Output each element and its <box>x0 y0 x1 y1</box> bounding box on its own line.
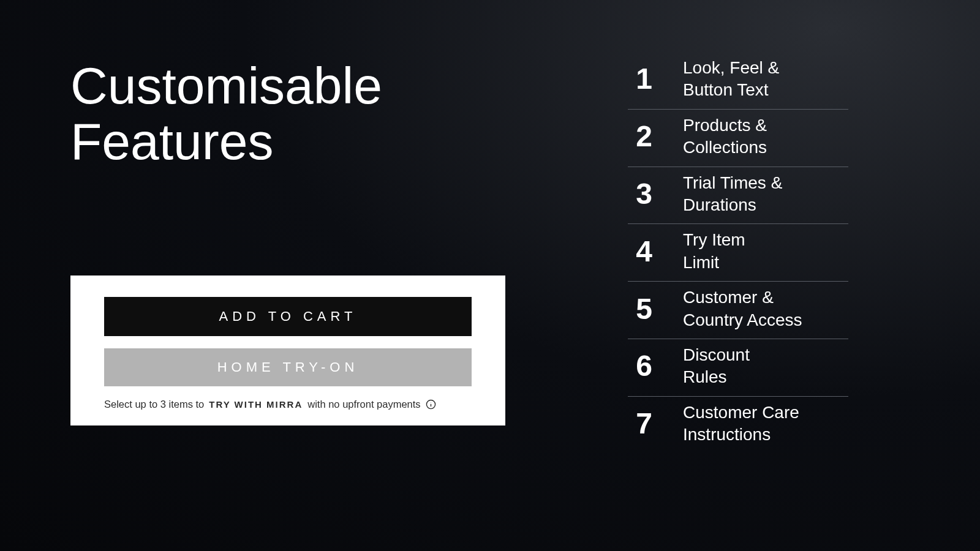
feature-label: Products & Collections <box>683 114 767 159</box>
brand-logo-text: TRY WITH MIRRA <box>209 399 303 410</box>
feature-item-2: 2 Products & Collections <box>628 110 848 167</box>
feature-label: Discount Rules <box>683 344 750 389</box>
feature-number: 2 <box>628 122 652 151</box>
caption-suffix: with no upfront payments <box>307 399 420 410</box>
info-icon[interactable] <box>426 399 436 410</box>
feature-label: Trial Times & Durations <box>683 172 782 217</box>
feature-label: Look, Feel & Button Text <box>683 57 779 102</box>
product-widget-card: ADD TO CART HOME TRY-ON Select up to 3 i… <box>70 276 505 425</box>
feature-item-7: 7 Customer Care Instructions <box>628 397 848 454</box>
home-try-on-button[interactable]: HOME TRY-ON <box>104 348 472 386</box>
widget-caption: Select up to 3 items to TRY WITH MIRRA w… <box>104 399 472 410</box>
heading-line-1: Customisable <box>70 57 382 114</box>
heading-line-2: Features <box>70 113 274 170</box>
feature-item-3: 3 Trial Times & Durations <box>628 167 848 225</box>
feature-item-6: 6 Discount Rules <box>628 339 848 397</box>
add-to-cart-button[interactable]: ADD TO CART <box>104 297 472 336</box>
feature-number: 5 <box>628 294 652 324</box>
feature-number: 4 <box>628 237 652 266</box>
page-title: Customisable Features <box>70 58 382 169</box>
feature-label: Try Item Limit <box>683 229 745 274</box>
feature-number: 7 <box>628 409 652 438</box>
caption-prefix: Select up to 3 items to <box>104 399 204 410</box>
feature-item-1: 1 Look, Feel & Button Text <box>628 52 848 110</box>
features-list: 1 Look, Feel & Button Text 2 Products & … <box>628 52 848 453</box>
feature-label: Customer & Country Access <box>683 287 802 331</box>
feature-item-5: 5 Customer & Country Access <box>628 282 848 339</box>
feature-item-4: 4 Try Item Limit <box>628 224 848 282</box>
feature-number: 3 <box>628 179 652 209</box>
feature-number: 6 <box>628 351 652 381</box>
feature-label: Customer Care Instructions <box>683 402 799 446</box>
feature-number: 1 <box>628 64 652 94</box>
